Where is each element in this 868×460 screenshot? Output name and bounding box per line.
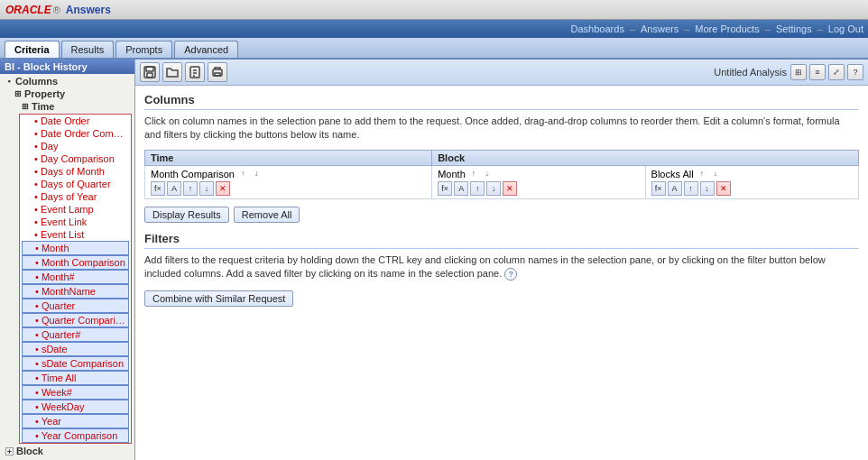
nav-answers[interactable]: Answers — [641, 23, 679, 34]
icon-list[interactable]: ≡ — [809, 64, 826, 80]
sort-up-btn-blocks-all[interactable]: ↑ — [697, 169, 707, 179]
col-cell-blocks-all: Blocks All ↑ ↓ f× A ↑ ↓ ✕ — [645, 165, 858, 198]
col-btn-format-blocks-all[interactable]: f× — [651, 181, 666, 196]
sort-down-btn-blocks-all[interactable]: ↓ — [710, 169, 721, 179]
col-btn-down-blocks-all[interactable]: ↓ — [700, 181, 715, 196]
sidebar-item-weekday[interactable]: WeekDay — [22, 400, 129, 414]
sidebar-item-event-list[interactable]: Event List — [22, 228, 129, 241]
sidebar-item-week-hash[interactable]: Week# — [22, 385, 129, 400]
col-btn-alpha-blocks-all[interactable]: A — [668, 181, 682, 196]
col-cell-month: Month ↑ ↓ f× A ↑ ↓ ✕ — [432, 165, 645, 198]
sidebar-folder-block[interactable]: + Block — [3, 445, 132, 457]
icon-expand[interactable]: ⤢ — [828, 64, 845, 80]
col-cell-time: Month Comparison ↑ ↓ f× A ↑ ↓ ✕ — [145, 165, 432, 198]
filters-description: Add filters to the request criteria by h… — [144, 253, 859, 281]
col-btn-remove-blocks-all[interactable]: ✕ — [716, 181, 731, 196]
time-group-items: Date Order Date Order Comparison Day Day… — [20, 115, 131, 443]
col-item-month: Month ↑ ↓ f× A ↑ ↓ ✕ — [438, 169, 639, 196]
sidebar-item-days-of-year[interactable]: Days of Year — [22, 190, 129, 203]
oracle-product: Answers — [66, 4, 111, 16]
col-item-month-comparison: Month Comparison ↑ ↓ f× A ↑ ↓ ✕ — [151, 169, 426, 196]
sidebar-item-date-order[interactable]: Date Order — [22, 115, 129, 127]
tab-results[interactable]: Results — [61, 41, 115, 58]
sidebar-item-month-hash[interactable]: Month# — [22, 270, 129, 284]
sidebar-item-days-of-quarter[interactable]: Days of Quarter — [22, 178, 129, 190]
filters-title: Filters — [144, 232, 859, 249]
col-header-block: Block — [432, 150, 859, 165]
svg-rect-8 — [215, 73, 220, 76]
sidebar-item-time-all[interactable]: Time All — [22, 371, 129, 385]
sidebar-item-month-comparison[interactable]: Month Comparison — [22, 255, 129, 270]
col-btn-down[interactable]: ↓ — [199, 181, 214, 196]
sidebar-item-quarter-hash[interactable]: Quarter# — [22, 327, 129, 342]
svg-rect-1 — [146, 67, 153, 71]
sidebar-item-day[interactable]: Day — [22, 140, 129, 152]
tab-bar: Criteria Results Prompts Advanced — [0, 38, 868, 60]
expand-icon-columns: ▪ — [5, 77, 14, 86]
nav-more-products[interactable]: More Products — [695, 23, 760, 34]
sidebar-item-month[interactable]: Month — [22, 241, 129, 255]
oracle-header: ORACLE ® Answers — [0, 0, 868, 20]
sidebar-header-time[interactable]: ⊞ Time — [19, 100, 132, 113]
columns-title: Columns — [144, 93, 859, 110]
col-label: Month Comparison — [151, 169, 235, 179]
col-btn-down-month[interactable]: ↓ — [486, 181, 501, 196]
col-btn-up-month[interactable]: ↑ — [470, 181, 485, 196]
sidebar-item-quarter-comparison[interactable]: Quarter Comparison — [22, 313, 129, 327]
col-name-blocks-all: Blocks All ↑ ↓ — [651, 169, 853, 179]
nav-dashboards[interactable]: Dashboards — [571, 23, 624, 34]
sidebar-item-day-comparison[interactable]: Day Comparison — [22, 152, 129, 165]
col-btn-format-month[interactable]: f× — [438, 181, 452, 196]
expand-icon-time: ⊞ — [21, 102, 30, 111]
display-results-button[interactable]: Display Results — [144, 207, 229, 223]
tab-prompts[interactable]: Prompts — [115, 41, 172, 58]
sidebar-item-quarter[interactable]: Quarter — [22, 299, 129, 313]
filters-help-icon[interactable]: ? — [504, 268, 517, 281]
icon-help[interactable]: ? — [847, 64, 863, 80]
sidebar-item-year-comparison[interactable]: Year Comparison — [22, 428, 129, 443]
sidebar-item-sdate-comparison[interactable]: sDate Comparison — [22, 356, 129, 371]
col-btn-remove-month[interactable]: ✕ — [503, 181, 517, 196]
toolbar-btn-new[interactable] — [185, 62, 205, 82]
sidebar-header-columns[interactable]: ▪ Columns — [3, 75, 132, 87]
sidebar-item-days-of-month[interactable]: Days of Month — [22, 165, 129, 178]
col-btn-remove[interactable]: ✕ — [216, 181, 230, 196]
col-name-month: Month ↑ ↓ — [438, 169, 639, 179]
sidebar-item-date-order-comparison[interactable]: Date Order Comparison — [22, 127, 129, 140]
col-btn-up-blocks-all[interactable]: ↑ — [684, 181, 698, 196]
svg-rect-2 — [147, 73, 152, 78]
toolbar-btn-save[interactable] — [140, 62, 160, 82]
toolbar-left — [140, 62, 227, 82]
col-btn-up[interactable]: ↑ — [183, 181, 198, 196]
analysis-name: Untitled Analysis — [714, 67, 787, 78]
col-actions-blocks-all: f× A ↑ ↓ ✕ — [651, 181, 853, 196]
sidebar-item-event-lamp[interactable]: Event Lamp — [22, 203, 129, 216]
tab-criteria[interactable]: Criteria — [5, 41, 60, 58]
sidebar-item-monthname[interactable]: MonthName — [22, 284, 129, 299]
col-btn-alpha-month[interactable]: A — [454, 181, 468, 196]
remove-all-button[interactable]: Remove All — [234, 207, 300, 223]
sidebar-header-property[interactable]: ⊞ Property — [12, 87, 132, 100]
nav-settings[interactable]: Settings — [776, 23, 812, 34]
sort-up-btn-month[interactable]: ↑ — [468, 169, 479, 179]
main-layout: BI - Block History ▪ Columns ⊞ Property … — [0, 60, 868, 460]
combine-with-similar-request-button[interactable]: Combine with Similar Request — [144, 290, 293, 307]
sidebar: BI - Block History ▪ Columns ⊞ Property … — [0, 60, 135, 460]
icon-grid[interactable]: ⊞ — [790, 64, 807, 80]
sort-down-btn[interactable]: ↓ — [251, 169, 262, 179]
col-actions-month-comparison: f× A ↑ ↓ ✕ — [151, 181, 426, 196]
sidebar-item-event-link[interactable]: Event Link — [22, 216, 129, 228]
tab-advanced[interactable]: Advanced — [174, 41, 238, 58]
sidebar-item-sdate[interactable]: sDate — [22, 342, 129, 356]
content-toolbar: Untitled Analysis ⊞ ≡ ⤢ ? — [135, 60, 868, 86]
sidebar-title: BI - Block History — [0, 60, 134, 74]
col-btn-alpha[interactable]: A — [167, 181, 181, 196]
nav-log-out[interactable]: Log Out — [828, 23, 863, 34]
sidebar-item-year[interactable]: Year — [22, 414, 129, 428]
col-btn-format[interactable]: f× — [151, 181, 165, 196]
sort-up-btn[interactable]: ↑ — [237, 169, 248, 179]
toolbar-btn-open[interactable] — [162, 62, 182, 82]
sort-down-btn-month[interactable]: ↓ — [482, 169, 493, 179]
expand-icon-property: ⊞ — [14, 89, 23, 98]
toolbar-btn-print[interactable] — [208, 62, 227, 82]
